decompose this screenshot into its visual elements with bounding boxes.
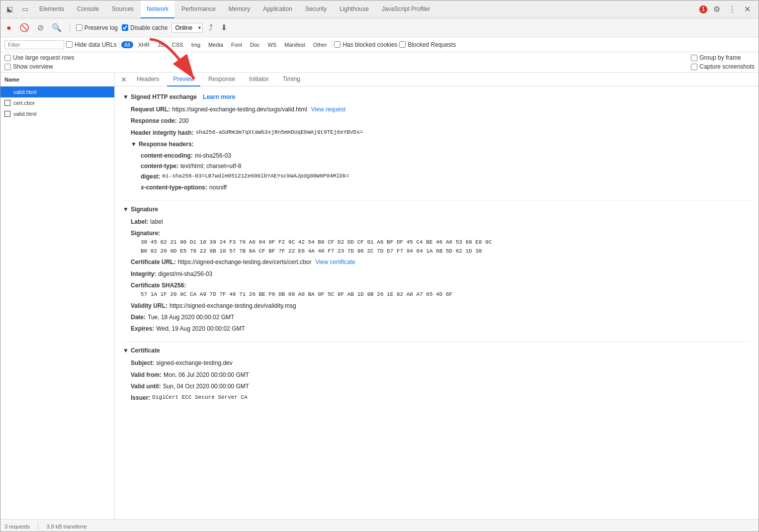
file-icon-2 [4, 100, 10, 106]
blocked-requests-checkbox[interactable] [399, 41, 406, 48]
response-headers-title: ▼ Response headers: [131, 140, 751, 149]
capture-screenshots-label[interactable]: Capture screenshots [691, 63, 755, 70]
status-bar: 3 requests 3.9 kB transferre [0, 519, 759, 532]
sig-line2: B0 02 20 0D E5 78 22 0B 10 57 7B 8A CF B… [141, 247, 492, 256]
hide-data-urls-checkbox[interactable] [66, 41, 73, 48]
request-url-value: https://signed-exchange-testing.dev/sxgs… [172, 105, 307, 114]
has-blocked-cookies-label[interactable]: Has blocked cookies [334, 41, 397, 48]
filter-tag-font[interactable]: Font [228, 41, 245, 48]
tab-bar-actions: 1 ⚙ ⋮ ✕ [699, 3, 757, 15]
show-overview-checkbox[interactable] [4, 64, 11, 70]
triangle-icon-3: ▼ [123, 205, 129, 214]
tab-network[interactable]: Network [141, 0, 174, 18]
detail-tab-initiator[interactable]: Initiator [243, 73, 274, 87]
more-options-button[interactable]: ⋮ [726, 3, 738, 15]
sig-label-label: Label: [131, 217, 148, 227]
tab-js-profiler[interactable]: JavaScript Profiler [376, 0, 436, 18]
has-blocked-cookies-checkbox[interactable] [334, 41, 340, 48]
online-select[interactable]: Online [171, 23, 203, 33]
valid-until-label: Valid until: [131, 382, 161, 391]
filter-tag-ws[interactable]: WS [265, 41, 280, 48]
issuer-value: DigiCert ECC Secure Server CA [152, 393, 247, 402]
close-devtools-button[interactable]: ✕ [742, 3, 753, 15]
tab-memory[interactable]: Memory [223, 0, 256, 18]
file-item-cert-cbor[interactable]: cert.cbor [0, 97, 114, 108]
file-name-1: valid.html [13, 89, 36, 95]
detail-tab-timing[interactable]: Timing [276, 73, 306, 87]
disable-cache-label[interactable]: Disable cache [122, 24, 168, 31]
file-item-valid-html-2[interactable]: valid.html [0, 108, 114, 119]
filter-tag-other[interactable]: Other [310, 41, 330, 48]
show-overview-label[interactable]: Show overview [4, 63, 74, 70]
response-code-row: Response code: 200 [123, 116, 751, 126]
export-icon[interactable]: ⬇ [219, 21, 229, 34]
settings-button[interactable]: ⚙ [711, 3, 722, 15]
valid-until-value: Sun, 04 Oct 2020 00:00:00 GMT [163, 382, 249, 391]
tab-list: ⬕ ▭ Elements Console Sources Network Per… [2, 0, 436, 18]
devtools-window: ⬕ ▭ Elements Console Sources Network Per… [0, 0, 759, 532]
tab-console[interactable]: Console [71, 0, 105, 18]
tab-sources[interactable]: Sources [106, 0, 140, 18]
detail-tab-preview[interactable]: Preview [167, 73, 200, 87]
view-request-link[interactable]: View request [311, 105, 345, 114]
filter-tag-xhr[interactable]: XHR [135, 41, 153, 48]
clear-button[interactable]: 🚫 [17, 21, 31, 34]
tab-lighthouse[interactable]: Lighthouse [334, 0, 375, 18]
triangle-icon-4: ▼ [123, 346, 129, 355]
header-content-encoding: content-encoding: mi-sha256-03 [131, 151, 751, 161]
tab-performance[interactable]: Performance [175, 0, 222, 18]
disable-cache-text: Disable cache [130, 24, 168, 31]
learn-more-link[interactable]: Learn more [203, 92, 235, 102]
device-icon[interactable]: ▭ [18, 0, 32, 18]
filter-tag-doc[interactable]: Doc [247, 41, 263, 48]
options-bar: Use large request rows Show overview Gro… [0, 52, 759, 73]
options-right: Group by frame Capture screenshots [691, 54, 755, 70]
valid-from-row: Valid from: Mon, 06 Jul 2020 00:00:00 GM… [123, 370, 751, 380]
sig-label-row: Label: label [123, 217, 751, 227]
tab-application[interactable]: Application [257, 0, 298, 18]
expires-value: Wed, 19 Aug 2020 00:00:02 GMT [156, 324, 245, 334]
import-icon[interactable]: ⤴ [207, 21, 215, 34]
sig-label-value: label [150, 217, 163, 227]
large-rows-label[interactable]: Use large request rows [4, 54, 74, 61]
filter-tag-media[interactable]: Media [205, 41, 226, 48]
file-name-2: cert.cbor [13, 100, 35, 106]
file-item-valid-html-1[interactable]: valid.html [0, 87, 114, 97]
group-by-frame-checkbox[interactable] [691, 55, 697, 61]
signature-section: ▼ Signature Label: label Signature: 30 4… [123, 205, 751, 334]
detail-tab-bar: ✕ Headers Preview Response Initiator Tim… [115, 73, 759, 87]
filter-tag-js[interactable]: JS [155, 41, 167, 48]
hide-data-urls-label[interactable]: Hide data URLs [66, 41, 117, 48]
right-panel: ✕ Headers Preview Response Initiator Tim… [115, 73, 759, 519]
valid-until-row: Valid until: Sun, 04 Oct 2020 00:00:00 G… [123, 382, 751, 391]
preserve-log-checkbox[interactable] [76, 24, 83, 31]
group-by-frame-label[interactable]: Group by frame [691, 54, 755, 61]
show-overview-text: Show overview [13, 63, 53, 70]
detail-tab-response[interactable]: Response [202, 73, 241, 87]
divider-1 [123, 200, 751, 201]
triangle-icon-1: ▼ [123, 92, 129, 102]
tab-security[interactable]: Security [299, 0, 333, 18]
detail-tab-headers[interactable]: Headers [131, 73, 165, 87]
large-rows-checkbox[interactable] [4, 55, 11, 61]
filter-input[interactable] [4, 40, 64, 49]
filter-icon[interactable]: ⊘ [35, 21, 46, 34]
error-badge: 1 [699, 5, 707, 13]
filter-tag-all[interactable]: All [121, 41, 133, 48]
record-button[interactable]: ● [4, 21, 13, 34]
tab-elements[interactable]: Elements [33, 0, 70, 18]
filter-tag-css[interactable]: CSS [169, 41, 186, 48]
filter-tag-manifest[interactable]: Manifest [281, 41, 308, 48]
cert-sha256-row: Certificate SHA256: 57 1A 1F 20 9C CA A9… [123, 281, 751, 299]
sig-signature-label: Signature: [131, 229, 160, 238]
disable-cache-checkbox[interactable] [122, 24, 128, 31]
inspect-icon[interactable]: ⬕ [2, 0, 17, 18]
view-certificate-link[interactable]: View certificate [316, 258, 355, 267]
preserve-log-label[interactable]: Preserve log [76, 24, 118, 31]
search-icon[interactable]: 🔍 [50, 21, 64, 34]
filter-tag-img[interactable]: Img [188, 41, 203, 48]
blocked-requests-label[interactable]: Blocked Requests [399, 41, 456, 48]
detail-close-button[interactable]: ✕ [119, 76, 129, 84]
capture-screenshots-checkbox[interactable] [691, 64, 697, 70]
filter-separator [119, 41, 119, 49]
